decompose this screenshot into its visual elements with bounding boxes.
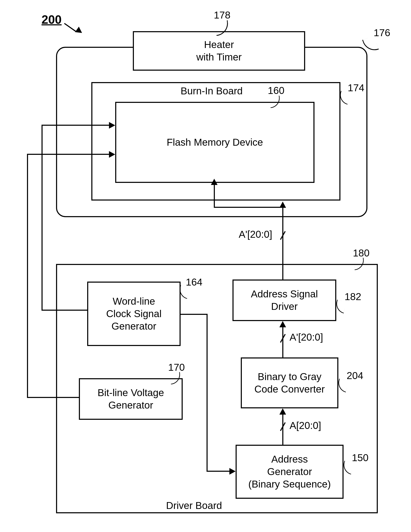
address-signal-driver-label: Address Signal Driver [251,288,318,313]
bus-label-mid: A'[20:0] [290,332,323,343]
bus-label-low: A[20:0] [290,420,321,431]
arrow-bitline-to-flash [109,151,115,158]
wordline-clock-label: Word-line Clock Signal Generator [106,295,162,332]
conn-bitline-in-h [27,154,110,155]
conn-wordline-to-addrgen-v [207,314,208,472]
bitline-voltage-label: Bit-line Voltage Generator [98,387,164,411]
conn-addrgen-to-converter [282,412,283,445]
arrow-wordline-to-flash [109,122,115,129]
conn-wordline-v [42,125,43,311]
heater-block: Heater with Timer [133,31,305,71]
binary-gray-converter-block: Binary to Gray Code Converter [241,357,338,408]
address-signal-driver-block: Address Signal Driver [232,279,336,321]
ref-addrgen: 150 [352,452,368,463]
ref-driver: 180 [353,247,369,259]
ref-burnin: 174 [348,82,364,94]
burnin-board-title: Burn-In Board [181,85,243,97]
flash-memory-label: Flash Memory Device [167,136,263,149]
bitline-voltage-block: Bit-line Voltage Generator [79,378,183,420]
ref-converter: 204 [347,370,363,381]
conn-bitline-v [27,154,28,398]
ref-addrdrv: 182 [345,291,361,302]
ref-heater: 178 [214,9,230,21]
binary-gray-converter-label: Binary to Gray Code Converter [255,370,325,395]
conn-wordline-to-addrgen-h1 [181,314,208,315]
ref-wordline: 164 [186,276,202,288]
conn-bitline-out-h [27,397,79,398]
conn-addrdrv-horiz [214,207,283,208]
arrow-wordline-to-addrgen [229,468,236,475]
conn-wordline-out-h [42,310,87,311]
conn-converter-to-driver [282,325,283,357]
wordline-clock-block: Word-line Clock Signal Generator [87,282,181,346]
ref-bitline: 170 [168,361,185,373]
conn-addrdrv-up2 [214,184,215,208]
ref-oven: 176 [374,27,390,38]
address-generator-block: Address Generator (Binary Sequence) [236,445,344,499]
figure-ref: 200 [42,12,62,26]
ref-flash: 160 [268,85,284,96]
flash-memory-block: Flash Memory Device [115,102,314,183]
conn-wordline-to-addrgen-h2 [207,471,230,472]
address-generator-label: Address Generator (Binary Sequence) [248,453,331,490]
arrow-addrdrv-into-flash [211,179,218,185]
bus-label-top: A'[20:0] [239,228,272,240]
conn-addrdrv-to-flash [282,207,283,279]
heater-label: Heater with Timer [196,38,242,63]
arrow-converter-to-driver [279,321,286,327]
arrow-addrgen-to-converter [279,408,286,415]
conn-wordline-in-h [42,125,110,126]
driver-board-title: Driver Board [166,500,222,511]
